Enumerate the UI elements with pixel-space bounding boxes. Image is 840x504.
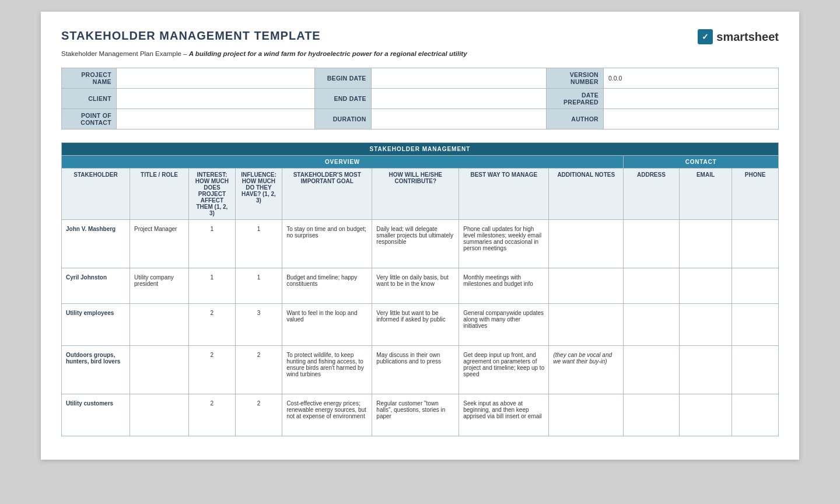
section-overview: OVERVIEW (62, 156, 624, 169)
col-header-address: ADDRESS (624, 169, 680, 220)
cell-phone[interactable] (732, 304, 779, 346)
cell-email[interactable] (679, 346, 732, 394)
cell-contribute[interactable]: Very little on daily basis, but want to … (372, 268, 459, 304)
cell-goal[interactable]: Cost-effective energy prices; renewable … (282, 394, 372, 436)
cell-interest[interactable]: 2 (189, 346, 236, 394)
label-end-date: END DATE (315, 89, 372, 109)
cell-email[interactable] (679, 394, 732, 436)
cell-influence[interactable]: 2 (235, 394, 282, 436)
label-author: AUTHOR (546, 109, 603, 130)
cell-notes[interactable] (549, 304, 624, 346)
main-header: STAKEHOLDER MANAGEMENT (62, 143, 779, 156)
info-row-2: CLIENT END DATE DATE PREPARED (62, 89, 779, 109)
cell-best-way[interactable]: Get deep input up front, and agreement o… (459, 346, 549, 394)
col-header-goal: STAKEHOLDER'S MOST IMPORTANT GOAL (282, 169, 372, 220)
table-row: Utility customers22Cost-effective energy… (62, 394, 779, 436)
value-duration[interactable] (371, 109, 546, 130)
label-begin-date: BEGIN DATE (315, 68, 372, 89)
cell-stakeholder[interactable]: Utility employees (62, 304, 130, 346)
cell-goal[interactable]: Budget and timeline; happy constituents (282, 268, 372, 304)
cell-notes[interactable] (549, 268, 624, 304)
cell-notes[interactable] (549, 394, 624, 436)
label-client: CLIENT (62, 89, 117, 109)
cell-title-role[interactable] (130, 346, 188, 394)
cell-goal[interactable]: To protect wildlife, to keep hunting and… (282, 346, 372, 394)
cell-phone[interactable] (732, 346, 779, 394)
cell-phone[interactable] (732, 220, 779, 268)
cell-influence[interactable]: 1 (235, 268, 282, 304)
cell-stakeholder[interactable]: Cyril Johnston (62, 268, 130, 304)
value-point-of-contact[interactable] (116, 109, 314, 130)
col-header-influence: INFLUENCE: how much do they have? (1, 2,… (235, 169, 282, 220)
cell-best-way[interactable]: Seek input as above at beginning, and th… (459, 394, 549, 436)
col-header-stakeholder: STAKEHOLDER (62, 169, 130, 220)
logo-text: smartsheet (716, 30, 779, 44)
section-contact: CONTACT (624, 156, 779, 169)
table-row: John V. MashbergProject Manager11To stay… (62, 220, 779, 268)
cell-title-role[interactable]: Project Manager (130, 220, 188, 268)
smartsheet-logo: ✓ smartsheet (698, 29, 779, 44)
value-project-name[interactable] (116, 68, 314, 89)
cell-interest[interactable]: 2 (189, 394, 236, 436)
cell-contribute[interactable]: Daily lead; will delegate smaller projec… (372, 220, 459, 268)
cell-influence[interactable]: 3 (235, 304, 282, 346)
page-container: STAKEHOLDER MANAGEMENT TEMPLATE ✓ smarts… (41, 12, 799, 460)
value-begin-date[interactable] (371, 68, 546, 89)
cell-title-role[interactable] (130, 304, 188, 346)
cell-interest[interactable]: 2 (189, 304, 236, 346)
info-table: PROJECT NAME BEGIN DATE VERSION NUMBER 0… (61, 68, 779, 130)
label-version-number: VERSION NUMBER (546, 68, 603, 89)
label-duration: DURATION (315, 109, 372, 130)
cell-address[interactable] (624, 304, 680, 346)
cell-stakeholder[interactable]: John V. Mashberg (62, 220, 130, 268)
info-row-1: PROJECT NAME BEGIN DATE VERSION NUMBER 0… (62, 68, 779, 89)
cell-notes[interactable] (549, 220, 624, 268)
table-row: Utility employees23Want to feel in the l… (62, 304, 779, 346)
cell-contribute[interactable]: Very little but want to be informed if a… (372, 304, 459, 346)
col-header-phone: PHONE (732, 169, 779, 220)
cell-title-role[interactable] (130, 394, 188, 436)
cell-address[interactable] (624, 394, 680, 436)
cell-influence[interactable]: 2 (235, 346, 282, 394)
value-author[interactable] (604, 109, 779, 130)
subtitle: Stakeholder Management Plan Example – A … (61, 50, 779, 57)
cell-phone[interactable] (732, 268, 779, 304)
cell-notes[interactable]: (they can be vocal and we want their buy… (549, 346, 624, 394)
cell-interest[interactable]: 1 (189, 220, 236, 268)
value-version-number[interactable]: 0.0.0 (604, 68, 779, 89)
cell-email[interactable] (679, 304, 732, 346)
col-header-email: EMAIL (679, 169, 732, 220)
cell-best-way[interactable]: General companywide updates along with m… (459, 304, 549, 346)
value-date-prepared[interactable] (604, 89, 779, 109)
cell-contribute[interactable]: Regular customer "town halls", questions… (372, 394, 459, 436)
label-point-of-contact: POINT OF CONTACT (62, 109, 117, 130)
cell-email[interactable] (679, 220, 732, 268)
cell-stakeholder[interactable]: Utility customers (62, 394, 130, 436)
cell-best-way[interactable]: Phone call updates for high level milest… (459, 220, 549, 268)
col-header-contribute: HOW WILL HE/SHE CONTRIBUTE? (372, 169, 459, 220)
label-project-name: PROJECT NAME (62, 68, 117, 89)
stakeholder-management-table: STAKEHOLDER MANAGEMENT OVERVIEW CONTACT … (61, 142, 779, 436)
cell-interest[interactable]: 1 (189, 268, 236, 304)
cell-stakeholder[interactable]: Outdoors groups, hunters, bird lovers (62, 346, 130, 394)
col-header-title-role: TITLE / ROLE (130, 169, 188, 220)
label-date-prepared: DATE PREPARED (546, 89, 603, 109)
cell-influence[interactable]: 1 (235, 220, 282, 268)
page-header: STAKEHOLDER MANAGEMENT TEMPLATE ✓ smarts… (61, 29, 779, 44)
cell-address[interactable] (624, 220, 680, 268)
cell-goal[interactable]: Want to feel in the loop and valued (282, 304, 372, 346)
cell-email[interactable] (679, 268, 732, 304)
cell-address[interactable] (624, 268, 680, 304)
cell-phone[interactable] (732, 394, 779, 436)
check-icon: ✓ (698, 29, 713, 44)
info-row-3: POINT OF CONTACT DURATION AUTHOR (62, 109, 779, 130)
cell-goal[interactable]: To stay on time and on budget; no surpri… (282, 220, 372, 268)
cell-contribute[interactable]: May discuss in their own publications an… (372, 346, 459, 394)
value-client[interactable] (116, 89, 314, 109)
table-row: Cyril JohnstonUtility company president1… (62, 268, 779, 304)
value-end-date[interactable] (371, 89, 546, 109)
col-header-best-way: BEST WAY TO MANAGE (459, 169, 549, 220)
cell-best-way[interactable]: Monthly meetings with milestones and bud… (459, 268, 549, 304)
cell-title-role[interactable]: Utility company president (130, 268, 188, 304)
cell-address[interactable] (624, 346, 680, 394)
